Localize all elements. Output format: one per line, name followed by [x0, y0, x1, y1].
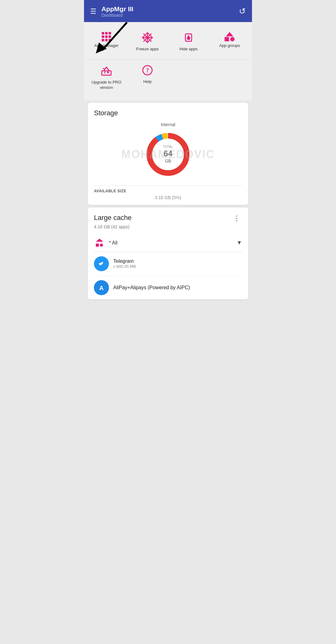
donut-total-unit: GB [163, 158, 173, 164]
app-info-telegram: Telegram c:880.05 MB [113, 258, 136, 269]
app-title: AppMgr III [101, 5, 133, 13]
help-label: Help [143, 79, 152, 84]
donut-total-label: TOTAL [163, 145, 173, 149]
filter-select[interactable]: * All ▼ [109, 240, 242, 246]
app-name: AliPay+Alipays (Powered by AIPC) [113, 285, 190, 290]
dash-item-freeze-apps[interactable]: Freeze apps [128, 30, 167, 54]
svg-rect-15 [187, 37, 190, 40]
cache-card-header: Large cache ⋮ [94, 214, 242, 223]
freeze-apps-label: Freeze apps [136, 47, 159, 52]
app-name: Telegram [113, 258, 136, 264]
upgrade-pro-label: Upgrade to PRO version [88, 80, 124, 90]
donut-center: TOTAL 64 GB [163, 145, 173, 164]
app-header: ☰ AppMgr III Dashboard ↺ [84, 0, 252, 22]
list-item[interactable]: Telegram c:880.05 MB [94, 252, 242, 276]
svg-point-19 [107, 71, 109, 73]
upgrade-pro-icon [100, 65, 112, 78]
filter-row: * All ▼ [94, 234, 242, 252]
cache-title: Large cache [94, 214, 132, 222]
app-subtitle: Dashboard [101, 13, 133, 18]
storage-donut-chart: TOTAL 64 GB MOHAMEDOVIC [143, 130, 193, 179]
svg-marker-26 [96, 239, 103, 242]
storage-title: Storage [94, 109, 242, 117]
header-left: ☰ AppMgr III Dashboard [90, 5, 133, 18]
dash-item-app-groups[interactable]: App groups [210, 30, 249, 54]
app-icon-next: A [94, 280, 109, 295]
dash-item-hide-apps[interactable]: Hide apps [169, 30, 208, 54]
svg-point-28 [100, 244, 103, 247]
available-label: AVAILABLE SIZE [94, 189, 242, 193]
app-size: c:880.05 MB [113, 264, 136, 269]
app-groups-label: App groups [219, 43, 240, 48]
header-title-block: AppMgr III Dashboard [101, 5, 133, 18]
chevron-down-icon: ▼ [236, 240, 242, 246]
svg-rect-27 [96, 244, 99, 247]
app-info-alipay: AliPay+Alipays (Powered by AIPC) [113, 285, 190, 290]
storage-card: Storage Internal TOTAL 64 GB MOHAMEDOVIC… [88, 103, 248, 205]
dash-item-upgrade-pro[interactable]: Upgrade to PRO version [87, 62, 126, 93]
storage-chart-area: Internal TOTAL 64 GB MOHAMEDOVIC [94, 122, 242, 179]
list-item[interactable]: A AliPay+Alipays (Powered by AIPC) [94, 276, 242, 299]
large-cache-card: Large cache ⋮ 4.16 GB (42 apps) * All ▼ [88, 208, 248, 299]
app-groups-icon [225, 32, 235, 41]
svg-point-16 [188, 35, 189, 37]
dashboard-grid-row2: Upgrade to PRO version ? Help [84, 60, 252, 100]
donut-total-value: 64 [163, 149, 173, 158]
refresh-icon[interactable]: ↺ [239, 7, 246, 16]
svg-text:A: A [99, 285, 104, 291]
cache-overflow-menu[interactable]: ⋮ [231, 214, 242, 223]
svg-text:?: ? [146, 67, 149, 74]
hide-apps-label: Hide apps [180, 47, 198, 52]
freeze-apps-icon [142, 32, 153, 45]
dash-item-help[interactable]: ? Help [128, 62, 167, 93]
help-icon: ? [142, 65, 153, 77]
available-section: AVAILABLE SIZE 3.16 GB (5%) [94, 185, 242, 200]
filter-app-groups-icon [94, 237, 105, 249]
app-manager-icon [102, 32, 111, 41]
svg-rect-17 [102, 71, 111, 75]
app-manager-label: App manager [94, 43, 119, 48]
cache-subtitle: 4.16 GB (42 apps) [94, 224, 242, 229]
hide-apps-icon [183, 32, 194, 45]
dash-item-app-manager[interactable]: App manager [87, 30, 126, 54]
dashboard-grid-row1: App manager Freeze apps [84, 22, 252, 60]
available-value: 3.16 GB (5%) [94, 195, 242, 200]
storage-chart-label: Internal [161, 122, 175, 127]
app-icon-telegram [94, 256, 109, 271]
filter-select-text: * All [109, 240, 118, 246]
hamburger-icon[interactable]: ☰ [90, 8, 96, 15]
